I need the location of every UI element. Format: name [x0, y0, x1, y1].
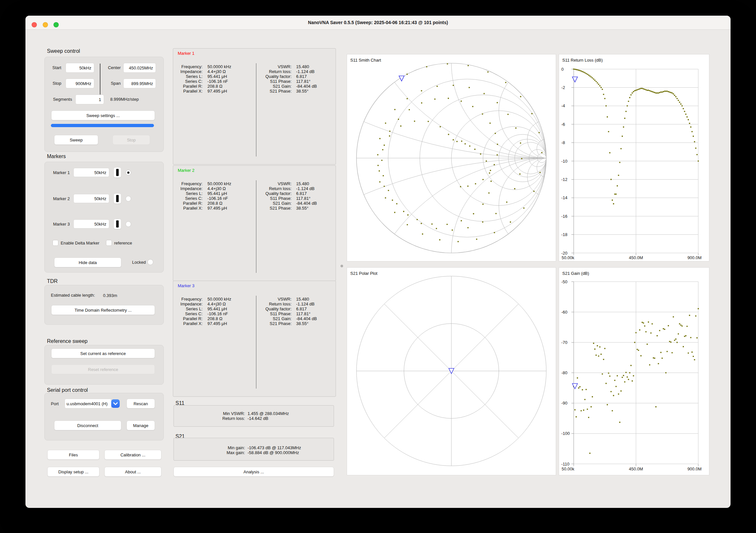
svg-text:0: 0: [561, 67, 564, 72]
port-label: Port: [51, 401, 59, 406]
marker-panel-1: Marker 1 Frequency:50.0000 kHzImpedance:…: [173, 48, 336, 165]
marker-data-text: 6.817: [296, 74, 307, 79]
s11-summary-box: Min VSWR: 1.455 @ 288.034MHz Return loss…: [174, 405, 334, 427]
titlebar[interactable]: NanoVNA Saver 0.5.5 (Sweep: 2025-04-06 1…: [25, 16, 731, 30]
marker-data-text: 50.0000 kHz: [207, 64, 231, 69]
marker-1-color-swatch[interactable]: [114, 167, 121, 178]
s21-summary-box: Min gain: -106.473 dB @ 117.043MHz Max g…: [174, 438, 334, 461]
s21-polar-plot-panel: S21 Polar Plot: [347, 267, 556, 475]
marker-data-text: 15.480: [296, 64, 309, 69]
svg-text:450.0M: 450.0M: [629, 255, 643, 260]
marker-data-text: 95.441 μH: [207, 74, 227, 79]
analysis-button[interactable]: Analysis ...: [174, 467, 334, 477]
min-gain-value: -106.473 dB @ 117.043MHz: [248, 445, 301, 450]
marker-data-text: S21 Phase:: [257, 89, 292, 93]
segments-input[interactable]: 1: [75, 94, 104, 104]
sweep-settings-button[interactable]: Sweep settings ...: [51, 111, 155, 120]
markers-box: [44, 162, 164, 273]
return-loss-value: -14.642 dB: [248, 416, 268, 421]
marker-data-text: -84.404 dB: [296, 316, 317, 321]
svg-text:-10: -10: [561, 159, 567, 164]
marker-data-text: 97.495 μH: [207, 206, 227, 211]
s11-return-loss-canvas[interactable]: 0-2-4-6-8-10-12-14-16-18-2050.00k450.0M9…: [559, 54, 710, 262]
minimize-button[interactable]: [43, 22, 48, 27]
s21-gain-panel: S21 Gain (dB) -50-60-70-80-90-100-11050.…: [559, 267, 709, 475]
min-vswr-label: Min VSWR:: [188, 411, 245, 416]
s21-gain-canvas[interactable]: -50-60-70-80-90-100-11050.00k450.0M900.0…: [559, 268, 710, 476]
s21-polar-plot-title: S21 Polar Plot: [350, 271, 377, 276]
close-button[interactable]: [32, 22, 37, 27]
min-gain-label: Min gain:: [188, 445, 245, 450]
cable-length-label: Estimated cable length:: [51, 293, 95, 298]
s21-polar-plot-canvas[interactable]: [347, 268, 556, 476]
marker-1-input[interactable]: 50kHz: [73, 168, 109, 177]
cable-length-value: 0.393m: [103, 293, 117, 298]
marker-data-text: 97.495 μH: [207, 89, 227, 93]
s11-smith-chart-panel: S11 Smith Chart: [347, 54, 556, 261]
s11-smith-chart-canvas[interactable]: [347, 54, 556, 262]
marker-data-text: S21 Gain:: [257, 84, 292, 89]
splitter-handle[interactable]: [340, 265, 343, 267]
stop-button[interactable]: Stop: [113, 135, 150, 145]
marker-panel-title: Marker 3: [178, 283, 194, 288]
enable-delta-marker-checkbox[interactable]: [52, 240, 58, 246]
marker-panel-2: Marker 2 Frequency:50.0000 kHzImpedance:…: [173, 165, 336, 281]
markers-section-title: Markers: [47, 153, 66, 159]
marker-data-text: -1.124 dB: [296, 186, 314, 191]
min-vswr-value: 1.455 @ 288.034MHz: [248, 411, 289, 416]
marker-panel-title: Marker 1: [178, 51, 194, 56]
stop-input[interactable]: 900MHz: [66, 79, 94, 88]
svg-text:-60: -60: [561, 310, 567, 315]
zoom-button[interactable]: [53, 22, 59, 27]
locked-toggle[interactable]: [148, 259, 153, 265]
span-input[interactable]: 899.95MHz: [123, 79, 156, 88]
disconnect-button[interactable]: Disconnect: [54, 420, 121, 430]
marker-data-text: -84.404 dB: [296, 201, 317, 206]
marker-data-text: 208.8 Ω: [207, 201, 223, 206]
marker-data-text: S21 Phase:: [257, 321, 292, 326]
marker-data-text: Parallel R:: [178, 201, 202, 206]
tdr-button[interactable]: Time Domain Reflectometry ...: [51, 305, 155, 315]
marker-data-text: Series C:: [178, 79, 202, 84]
marker-2-input[interactable]: 50kHz: [73, 194, 109, 203]
marker-data-text: 6.817: [296, 191, 307, 196]
marker-data-text: Return loss:: [257, 186, 292, 191]
locked-label: Locked: [132, 260, 146, 265]
marker-3-radio[interactable]: [125, 221, 131, 227]
port-select-dropdown-button[interactable]: [111, 399, 120, 408]
marker-3-input[interactable]: 50kHz: [73, 219, 109, 228]
reset-reference-button[interactable]: Reset reference: [51, 364, 155, 374]
set-reference-button[interactable]: Set current as reference: [51, 349, 155, 358]
reference-checkbox[interactable]: [106, 240, 112, 246]
tdr-box: [44, 285, 164, 325]
marker-data-text: 117.81°: [296, 196, 310, 201]
marker-panel-3: Marker 3 Frequency:50.0000 kHzImpedance:…: [173, 281, 336, 397]
svg-text:-2: -2: [561, 85, 565, 90]
files-button[interactable]: Files: [47, 450, 99, 460]
marker-1-radio[interactable]: [125, 170, 131, 175]
marker-2-color-swatch[interactable]: [114, 193, 121, 204]
display-setup-button[interactable]: Display setup ...: [47, 467, 99, 477]
tdr-section-title: TDR: [47, 279, 58, 284]
marker-data-text: 117.81°: [296, 311, 310, 316]
about-button[interactable]: About ...: [104, 467, 161, 477]
center-input[interactable]: 450.025MHz: [123, 63, 156, 73]
marker-3-color-swatch[interactable]: [114, 219, 121, 229]
marker-data-text: 4.4+j30 Ω: [207, 302, 226, 306]
hide-data-button[interactable]: Hide data: [54, 257, 121, 267]
step-size-text: 8.999MHz/step: [110, 97, 139, 102]
marker-data-text: 208.8 Ω: [207, 316, 223, 321]
marker-data-text: Parallel X:: [178, 206, 202, 211]
port-select[interactable]: u.usbmodem4001 (H): [65, 399, 112, 409]
rescan-button[interactable]: Rescan: [126, 399, 155, 409]
marker-2-radio[interactable]: [125, 196, 131, 201]
manage-button[interactable]: Manage: [126, 420, 155, 430]
marker-data-text: VSWR:: [257, 181, 292, 186]
calibration-button[interactable]: Calibration ...: [104, 450, 161, 460]
stop-label: Stop: [35, 81, 61, 86]
start-input[interactable]: 50kHz: [66, 63, 94, 73]
sweep-button[interactable]: Sweep: [54, 135, 98, 145]
svg-text:-110: -110: [561, 462, 569, 466]
marker-3-label: Marker 3: [37, 222, 70, 227]
chevron-down-icon: [111, 399, 120, 408]
